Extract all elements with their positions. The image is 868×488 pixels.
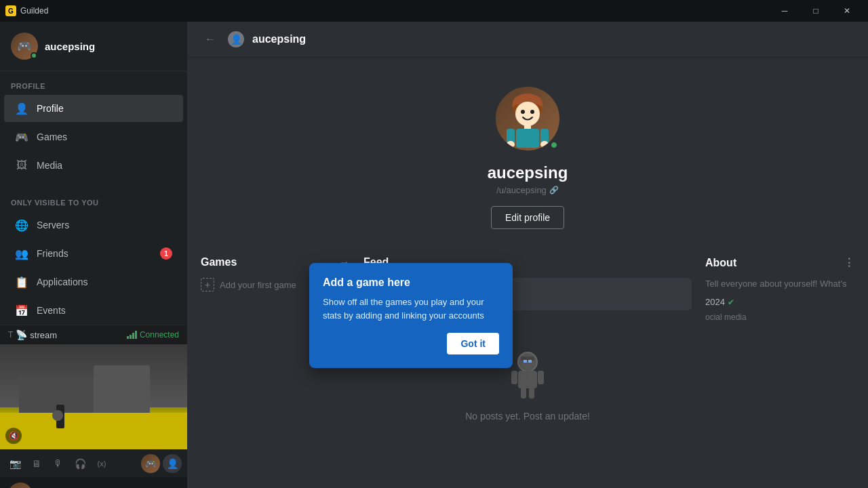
more-button[interactable]: ··· [160, 485, 179, 488]
main-content: ← 👤 aucepsing [187, 22, 868, 488]
header-username: aucepsing [252, 33, 306, 45]
sidebar-item-profile[interactable]: 👤 Profile [4, 95, 183, 122]
sidebar-friends-label: Friends [37, 248, 68, 259]
user-bottom-bar: 🎮 aucepsing Set a status @ ⚙ ··· [0, 477, 187, 488]
guest-avatar-ctrl: 👤 [163, 454, 182, 473]
about-joined: 2024 ✔ [705, 297, 854, 307]
copy-handle-icon[interactable]: 🔗 [549, 186, 559, 195]
no-posts-text: No posts yet. Post an update! [465, 411, 590, 422]
sidebar-events-label: Events [37, 305, 66, 316]
tooltip-popup: Add a game here Show off all the games y… [309, 263, 513, 368]
profile-avatar-wrap [494, 85, 561, 152]
stream-label: stream [30, 330, 127, 340]
xbox-button[interactable]: (x) [92, 454, 111, 473]
screen-share-button[interactable]: 🖥 [27, 454, 46, 473]
sidebar-item-media[interactable]: 🖼 Media [4, 152, 183, 179]
app-title: Guilded [20, 6, 48, 16]
avatar-icons: 🎮 👤 [141, 454, 182, 473]
sidebar-user-header: 🎮 aucepsing [0, 22, 187, 71]
svg-rect-18 [529, 388, 534, 399]
sidebar-item-games[interactable]: 🎮 Games [4, 123, 183, 150]
tooltip-got-it-button[interactable]: Got it [447, 333, 499, 354]
connected-label: Connected [140, 330, 179, 340]
sidebar-item-friends[interactable]: 👥 Friends 1 [4, 240, 183, 267]
sidebar-item-servers[interactable]: 🌐 Servers [4, 211, 183, 239]
profile-status-dot [549, 140, 559, 150]
stream-preview-content [0, 344, 187, 449]
sidebar-username: aucepsing [45, 41, 95, 52]
sidebar-profile-label: Profile [37, 103, 64, 114]
events-icon: 📅 [15, 304, 28, 317]
volume-button[interactable]: 🔇 [5, 428, 22, 444]
app-logo: G [5, 5, 16, 16]
profile-name: aucepsing [488, 163, 568, 182]
user-bottom-actions: @ ⚙ ··· [117, 485, 179, 488]
close-button[interactable]: ✕ [831, 0, 863, 22]
svg-point-3 [530, 110, 534, 114]
sidebar: 🎮 aucepsing Profile 👤 Profile 🎮 Games 🖼 … [0, 22, 187, 488]
maximize-button[interactable]: □ [800, 0, 831, 22]
about-section-title: About ⋮ [705, 256, 854, 269]
user-bottom-avatar: 🎮 [8, 483, 33, 488]
sidebar-media-label: Media [37, 160, 62, 171]
servers-icon: 🌐 [15, 218, 28, 232]
bar-2 [130, 335, 132, 339]
svg-rect-14 [518, 371, 537, 388]
bar-1 [127, 336, 129, 339]
signal-bars [127, 331, 137, 339]
app-body: 🎮 aucepsing Profile 👤 Profile 🎮 Games 🖼 … [0, 22, 868, 488]
bar-4 [135, 331, 137, 339]
user-bottom-avatar-wrap: 🎮 [8, 483, 33, 488]
social-label: ocial media [705, 312, 747, 322]
camera-button[interactable]: 📷 [5, 454, 24, 473]
stream-connected: Connected [127, 330, 179, 340]
sidebar-servers-label: Servers [37, 220, 69, 230]
mic-button[interactable]: 🎙 [49, 454, 68, 473]
media-icon: 🖼 [15, 159, 28, 172]
friends-icon: 👥 [15, 247, 28, 260]
main-header: ← 👤 aucepsing [187, 22, 868, 58]
games-icon: 🎮 [15, 130, 28, 144]
window-controls: ─ □ ✕ [769, 0, 863, 22]
about-description: Tell everyone about yourself! What's [705, 279, 854, 289]
verified-icon: ✔ [728, 298, 734, 307]
sidebar-user-avatar-wrap: 🎮 [11, 33, 38, 60]
svg-rect-12 [524, 360, 527, 363]
add-game-icon: + [201, 278, 214, 291]
svg-point-1 [515, 102, 540, 126]
stream-bar: T 📡 stream Connected [0, 325, 187, 344]
minimize-button[interactable]: ─ [769, 0, 800, 22]
friends-badge: 1 [160, 247, 172, 260]
titlebar-left: G Guilded [5, 5, 48, 16]
titlebar: G Guilded ─ □ ✕ [0, 0, 868, 22]
svg-point-2 [521, 110, 525, 114]
bar-3 [132, 333, 134, 339]
stream-icon: 📡 [16, 329, 27, 340]
header-user-icon: 👤 [228, 31, 244, 47]
tooltip-description: Show off all the games you play and your… [323, 296, 499, 322]
svg-rect-5 [516, 129, 539, 148]
about-title-label: About [705, 257, 736, 269]
svg-rect-13 [528, 360, 532, 363]
games-title-label: Games [201, 256, 237, 268]
about-more-button[interactable]: ⋮ [844, 256, 854, 269]
profile-area: aucepsing /u/aucepsing 🔗 Edit profile [187, 58, 868, 243]
sidebar-item-applications[interactable]: 📋 Applications [4, 268, 183, 296]
user-bottom-name: aucepsing [38, 486, 111, 489]
sidebar-item-events[interactable]: 📅 Events [4, 297, 183, 324]
bottom-controls: 📷 🖥 🎙 🎧 (x) 🎮 👤 [0, 449, 187, 477]
scene-ground [0, 413, 187, 449]
applications-icon: 📋 [15, 275, 28, 289]
settings-button[interactable]: ⚙ [138, 485, 157, 488]
svg-rect-16 [538, 371, 544, 384]
about-joined-value: 2024 ✔ [705, 297, 854, 307]
user-bottom-info: aucepsing Set a status [38, 486, 111, 489]
profile-handle-text: /u/aucepsing [496, 185, 547, 195]
svg-point-8 [507, 141, 515, 148]
sidebar-applications-label: Applications [37, 277, 88, 287]
mention-button[interactable]: @ [117, 485, 136, 488]
edit-profile-button[interactable]: Edit profile [491, 206, 564, 229]
back-button[interactable]: ← [201, 30, 220, 49]
svg-point-9 [540, 141, 549, 148]
headphones-button[interactable]: 🎧 [71, 454, 90, 473]
